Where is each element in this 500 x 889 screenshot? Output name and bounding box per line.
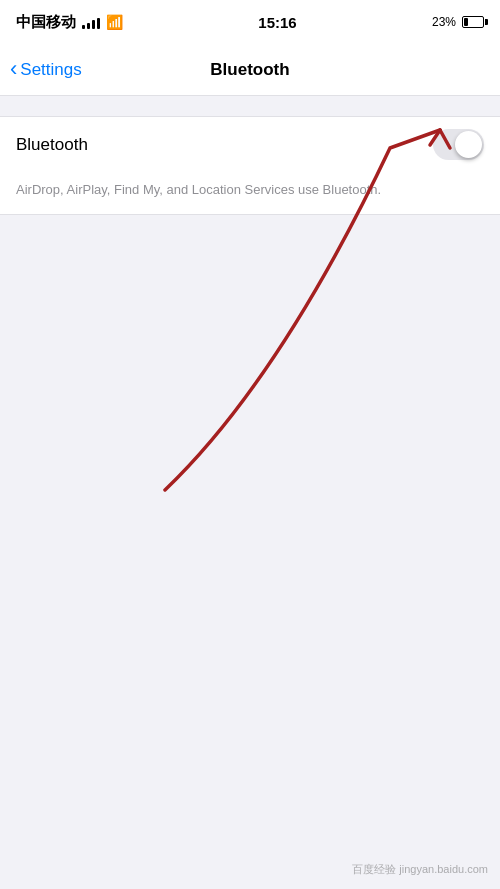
bluetooth-description: AirDrop, AirPlay, Find My, and Location … xyxy=(0,172,500,214)
battery-fill xyxy=(464,18,468,26)
carrier-name: 中国移动 xyxy=(16,13,76,32)
bluetooth-row: Bluetooth xyxy=(0,117,500,172)
status-bar: 中国移动 📶 15:16 23% xyxy=(0,0,500,44)
nav-title: Bluetooth xyxy=(210,60,289,80)
wifi-icon: 📶 xyxy=(106,14,123,30)
battery-percent: 23% xyxy=(432,15,456,29)
signal-bar-4 xyxy=(97,18,100,29)
watermark: 百度经验 jingyan.baidu.com xyxy=(352,862,488,877)
status-right: 23% xyxy=(432,15,484,29)
signal-bar-1 xyxy=(82,25,85,29)
status-time: 15:16 xyxy=(258,14,296,31)
bluetooth-toggle[interactable] xyxy=(433,129,484,160)
top-separator xyxy=(0,96,500,116)
battery-icon xyxy=(462,16,484,28)
nav-bar: ‹ Settings Bluetooth xyxy=(0,44,500,96)
back-label: Settings xyxy=(20,60,81,80)
toggle-knob xyxy=(455,131,482,158)
signal-bars xyxy=(82,15,100,29)
signal-bar-2 xyxy=(87,23,90,29)
status-left: 中国移动 📶 xyxy=(16,13,123,32)
bluetooth-label: Bluetooth xyxy=(16,135,88,155)
bluetooth-section: Bluetooth AirDrop, AirPlay, Find My, and… xyxy=(0,116,500,215)
back-chevron-icon: ‹ xyxy=(10,58,17,80)
back-button[interactable]: ‹ Settings xyxy=(10,60,82,80)
signal-bar-3 xyxy=(92,20,95,29)
battery-container xyxy=(462,16,484,28)
